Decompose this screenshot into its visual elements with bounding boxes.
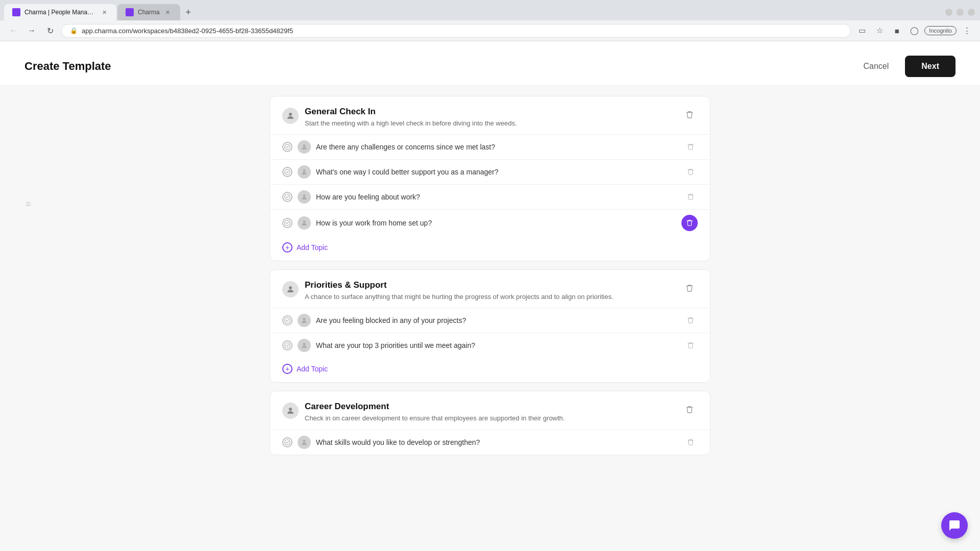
cast-button[interactable]: ▭ [855,23,869,38]
app-header: Create Template Cancel Next [0,41,980,86]
add-topic-label: Add Topic [297,243,328,252]
window-maximize[interactable] [957,9,964,16]
new-tab-button[interactable]: + [181,5,195,19]
add-topic-icon: + [282,242,292,253]
delete-topic-1[interactable] [683,140,698,154]
window-minimize[interactable] [945,9,952,16]
account-button[interactable]: ◯ [907,23,921,38]
section-header-left: General Check In Start the meeting with … [282,107,517,128]
topic-avatar [298,190,311,204]
delete-section-priorities[interactable] [681,280,698,296]
topic-text-4: How is your work from home set up? [316,219,676,227]
section-career-development: Career Development Check in on career de… [270,391,710,455]
back-button[interactable]: ← [6,23,20,38]
svg-point-11 [303,318,306,321]
add-topic-icon-2: + [282,364,292,374]
topic-avatar [298,216,311,230]
section-desc-career: Check in on career development to ensure… [305,414,565,423]
tab-favicon-2 [126,8,134,16]
lock-icon: 🔒 [70,27,78,34]
topic-check [282,437,292,447]
topic-avatar [298,140,311,154]
svg-point-14 [289,408,292,411]
tab-bar: Charma | People Management S... ✕ Charma… [0,0,980,20]
svg-point-9 [289,286,292,289]
drag-handle-icon: ≡ [26,199,31,210]
section-priorities-support: Priorities & Support A chance to surface… [270,269,710,383]
delete-topic-3[interactable] [683,190,698,204]
chat-bubble-button[interactable] [941,512,968,539]
topic-check [282,315,292,325]
page-title: Create Template [24,60,111,73]
section-title-priorities: Priorities & Support [305,280,614,290]
cancel-button[interactable]: Cancel [855,58,897,75]
section-avatar-priorities [282,281,299,297]
topic-avatar [298,314,311,327]
tab-close-1[interactable]: ✕ [100,8,108,16]
bookmark-button[interactable]: ☆ [872,23,887,38]
section-header-priorities: Priorities & Support A chance to surface… [270,270,710,308]
address-bar-row: ← → ↻ 🔒 app.charma.com/workspaces/b4838e… [0,20,980,41]
extension-button[interactable]: ■ [890,23,904,38]
topic-text-1: Are there any challenges or concerns sin… [316,143,678,151]
section-header-left-3: Career Development Check in on career de… [282,402,565,423]
forward-button[interactable]: → [24,23,39,38]
delete-section-general[interactable] [681,107,698,123]
topic-check [282,340,292,350]
topic-text-6: What are your top 3 priorities until we … [316,341,678,349]
window-close[interactable] [968,9,975,16]
topic-row-active: How is your work from home set up? [270,209,710,236]
add-topic-label-2: Add Topic [297,365,328,373]
incognito-badge: Incognito [924,26,957,35]
delete-topic-5[interactable] [683,313,698,328]
topic-check [282,167,292,177]
svg-point-0 [289,113,292,116]
topic-row-career: What skills would you like to develop or… [270,430,710,455]
section-header-left-2: Priorities & Support A chance to surface… [282,280,614,302]
section-title-career: Career Development [305,402,565,412]
delete-topic-7[interactable] [683,435,698,449]
topic-avatar [298,339,311,352]
topic-text-3: How are you feeling about work? [316,193,678,201]
svg-point-13 [303,343,306,346]
topic-row: Are you feeling blocked in any of your p… [270,308,710,333]
delete-section-career[interactable] [681,402,698,418]
delete-topic-6[interactable] [683,338,698,353]
tab-favicon-1 [12,8,20,16]
section-avatar-general [282,108,299,124]
delete-topic-2[interactable] [683,165,698,179]
tab-close-2[interactable]: ✕ [164,8,172,16]
tab-label-2: Charma [138,9,160,16]
content-area: General Check In Start the meeting with … [245,86,735,545]
svg-point-2 [303,145,306,147]
add-topic-general[interactable]: + Add Topic [270,236,710,261]
header-actions: Cancel Next [855,56,956,77]
topic-avatar [298,436,311,449]
tab-label-1: Charma | People Management S... [24,9,96,16]
topic-check [282,218,292,228]
section-avatar-career [282,403,299,419]
section-desc-general: Start the meeting with a high level chec… [305,119,517,128]
topic-row: What are your top 3 priorities until we … [270,333,710,358]
section-title-general: General Check In [305,107,517,117]
topic-avatar [298,165,311,179]
topic-row: How are you feeling about work? [270,184,710,209]
section-desc-priorities: A chance to surface anything that might … [305,292,614,302]
topic-row: What's one way I could better support yo… [270,159,710,184]
section-header-general: General Check In Start the meeting with … [270,96,710,134]
address-bar[interactable]: 🔒 app.charma.com/workspaces/b4838ed2-092… [61,24,851,38]
reload-button[interactable]: ↻ [43,23,57,38]
section-general-check-in: General Check In Start the meeting with … [270,96,710,261]
browser-chrome: Charma | People Management S... ✕ Charma… [0,0,980,41]
url-text: app.charma.com/workspaces/b4838ed2-0925-… [82,27,293,35]
topic-text-2: What's one way I could better support yo… [316,168,678,176]
tab-2[interactable]: Charma ✕ [117,4,180,20]
svg-point-16 [303,440,306,442]
topic-check [282,192,292,202]
tab-1[interactable]: Charma | People Management S... ✕ [4,4,116,20]
browser-actions: ▭ ☆ ■ ◯ Incognito ⋮ [855,23,974,38]
more-button[interactable]: ⋮ [960,23,974,38]
add-topic-priorities[interactable]: + Add Topic [270,358,710,382]
next-button[interactable]: Next [905,56,955,77]
delete-topic-4-active[interactable] [681,215,698,231]
